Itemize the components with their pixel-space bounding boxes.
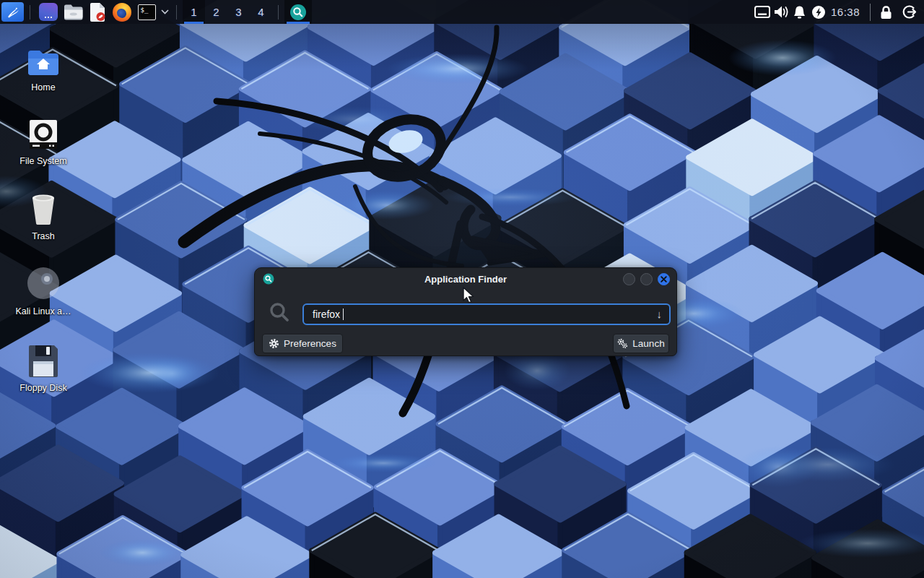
launch-label: Launch: [632, 338, 664, 349]
workspace-4-button[interactable]: 4: [250, 0, 272, 24]
gears-icon: [617, 338, 628, 349]
desktop-icon-floppy-disk[interactable]: Floppy Disk: [13, 341, 74, 394]
display-tray-button[interactable]: [753, 0, 772, 24]
workspace-number: 4: [258, 6, 263, 18]
trash-bin-icon: [13, 189, 74, 225]
dropdown-arrow-icon[interactable]: ↓: [657, 308, 663, 320]
taskbar-application-finder[interactable]: [284, 0, 312, 24]
search-icon: [269, 301, 290, 326]
launcher-dropdown-button[interactable]: [159, 0, 170, 24]
firefox-icon: [113, 3, 131, 22]
panel-separator: [176, 5, 177, 20]
floppy-disk-icon: [13, 341, 74, 377]
desktop-icon-label: Floppy Disk: [13, 383, 74, 394]
launcher-firefox[interactable]: [110, 0, 134, 24]
workspace-3-button[interactable]: 3: [227, 0, 250, 24]
desktop-icon-kali-linux[interactable]: Kali Linux a…: [13, 264, 74, 317]
chevron-down-icon: [161, 9, 169, 14]
bell-icon: [793, 5, 806, 20]
home-folder-icon: [13, 40, 74, 77]
search-input[interactable]: firefox ↓: [302, 303, 671, 325]
lock-screen-button[interactable]: [876, 0, 895, 24]
power-manager-icon: [811, 5, 826, 20]
desktop-icon-label: File System: [13, 156, 74, 167]
desktop-icon-home[interactable]: Home: [13, 40, 74, 93]
text-caret: [343, 309, 344, 320]
panel-separator: [30, 5, 30, 20]
gear-icon: [269, 338, 279, 349]
volume-icon: [773, 5, 789, 19]
launcher-file-manager[interactable]: [61, 0, 85, 24]
logout-icon: [902, 4, 917, 20]
launcher-terminal[interactable]: $_: [134, 0, 159, 24]
top-panel: $_ 1 2 3 4: [0, 0, 924, 24]
search-input-text: firefox: [313, 309, 340, 320]
applications-menu-button[interactable]: [1, 2, 24, 22]
panel-separator: [870, 4, 871, 21]
app-window-icon: [39, 3, 58, 21]
launcher-app-window[interactable]: [36, 0, 61, 24]
text-editor-icon: [89, 3, 106, 22]
panel-separator: [278, 5, 279, 20]
application-finder-icon: [289, 4, 307, 21]
lock-icon: [880, 5, 892, 20]
preferences-label: Preferences: [284, 338, 336, 349]
folder-icon: [64, 4, 83, 20]
close-icon: [661, 276, 667, 282]
desktop-icon-label: Trash: [13, 231, 74, 242]
file-system-drive-icon: [13, 114, 74, 150]
close-button[interactable]: [658, 273, 670, 285]
desktop-icon-label: Kali Linux a…: [13, 306, 74, 317]
desktop-icon-file-system[interactable]: File System: [13, 114, 74, 167]
kali-dragon-icon: [5, 4, 21, 20]
launch-button[interactable]: Launch: [613, 334, 669, 353]
desktop-icon-label: Home: [13, 82, 74, 93]
application-finder-window: Application Finder firefox ↓: [254, 267, 677, 356]
display-icon: [754, 6, 770, 18]
launcher-text-editor[interactable]: [85, 0, 110, 24]
workspace-number: 2: [213, 6, 219, 18]
window-title: Application Finder: [255, 274, 676, 285]
terminal-icon: $_: [138, 4, 156, 20]
kali-linux-faded-icon: [13, 264, 74, 301]
workspace-1-button[interactable]: 1: [183, 0, 205, 24]
logout-button[interactable]: [899, 0, 918, 24]
power-manager-tray-button[interactable]: [809, 0, 828, 24]
workspace-number: 3: [235, 6, 241, 18]
preferences-button[interactable]: Preferences: [262, 334, 343, 353]
volume-tray-button[interactable]: [772, 0, 790, 24]
workspace-number: 1: [191, 6, 196, 18]
panel-clock[interactable]: 16:38: [831, 6, 860, 18]
maximize-button[interactable]: [640, 273, 653, 285]
desktop-icon-trash[interactable]: Trash: [13, 189, 74, 242]
minimize-button[interactable]: [623, 273, 635, 285]
notifications-tray-button[interactable]: [790, 0, 809, 24]
titlebar[interactable]: Application Finder: [255, 268, 676, 290]
workspace-2-button[interactable]: 2: [205, 0, 227, 24]
